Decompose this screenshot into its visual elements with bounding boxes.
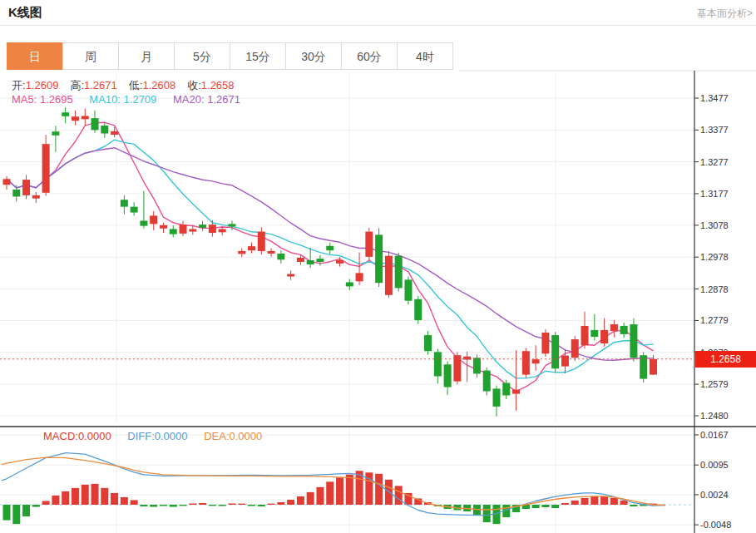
- ma10-legend: MA10: 1.2709: [89, 93, 156, 106]
- tab-4hour[interactable]: 4时: [397, 42, 453, 70]
- close-label: 收:: [187, 79, 201, 91]
- svg-text:1.3277: 1.3277: [700, 157, 729, 167]
- svg-text:1.2480: 1.2480: [700, 411, 729, 421]
- tab-day[interactable]: 日: [7, 42, 63, 70]
- macd-legend: MACD:0.0000 DIFF:0.0000 DEA:0.0000: [43, 430, 262, 442]
- low-value: 1.2608: [142, 79, 175, 91]
- svg-text:1.3477: 1.3477: [700, 93, 729, 103]
- high-label: 高:: [70, 79, 84, 91]
- svg-text:1.3377: 1.3377: [700, 125, 729, 135]
- svg-text:1.3177: 1.3177: [700, 189, 729, 199]
- svg-text:1.3078: 1.3078: [700, 220, 729, 230]
- ma-legend: MA5: 1.2695 MA10: 1.2709 MA20: 1.2671: [12, 93, 240, 106]
- period-tabs: 日 周 月 5分 15分 30分 60分 4时: [7, 42, 453, 70]
- svg-text:1.2579: 1.2579: [700, 379, 729, 389]
- tab-60min[interactable]: 60分: [341, 42, 398, 70]
- svg-text:0.0167: 0.0167: [700, 430, 729, 440]
- svg-text:1.2878: 1.2878: [700, 284, 729, 294]
- svg-text:0.0095: 0.0095: [700, 460, 729, 470]
- kline-page: K线图 基本面分析> 日 周 月 5分 15分 30分 60分 4时 1.347…: [0, 0, 756, 533]
- tab-30min[interactable]: 30分: [285, 42, 342, 70]
- macd-value-legend: MACD:0.0000: [43, 430, 111, 442]
- ohlc-legend: 开:1.2609高:1.2671低:1.2608收:1.2658: [12, 78, 246, 93]
- svg-text:0.0024: 0.0024: [700, 490, 729, 500]
- svg-text:1.2978: 1.2978: [700, 252, 729, 262]
- open-value: 1.2609: [26, 79, 59, 91]
- ma20-legend: MA20: 1.2671: [173, 93, 240, 106]
- tab-15min[interactable]: 15分: [230, 42, 286, 70]
- close-value: 1.2658: [201, 79, 235, 91]
- tab-5min[interactable]: 5分: [174, 42, 230, 70]
- dea-value-legend: DEA:0.0000: [204, 430, 262, 442]
- diff-value-legend: DIFF:0.0000: [127, 430, 187, 442]
- last-price-tag: 1.2658: [695, 351, 756, 368]
- tab-week[interactable]: 周: [62, 42, 119, 70]
- svg-text:-0.0048: -0.0048: [700, 520, 731, 530]
- high-value: 1.2671: [84, 79, 117, 91]
- low-label: 低:: [129, 79, 143, 91]
- svg-text:1.2779: 1.2779: [700, 315, 729, 325]
- open-label: 开:: [12, 79, 26, 91]
- ma5-legend: MA5: 1.2695: [12, 93, 73, 106]
- tab-month[interactable]: 月: [118, 42, 175, 70]
